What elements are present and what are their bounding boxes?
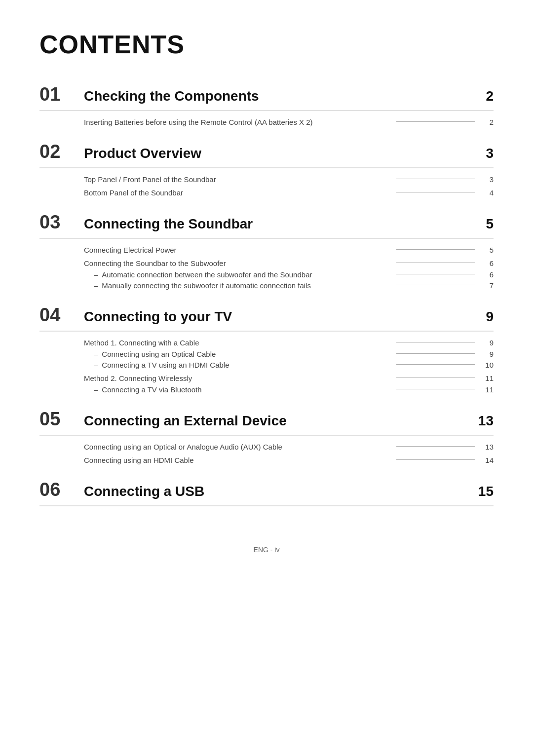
section-title-02: Product Overview <box>84 146 474 161</box>
section-05: 05Connecting an External Device13Connect… <box>39 409 494 464</box>
sub-dots <box>396 285 475 285</box>
footer-text: ENG - iv <box>39 546 494 554</box>
entry-dots <box>396 342 475 342</box>
section-number-03: 03 <box>39 212 84 233</box>
list-item: –Connecting using an Optical Cable9 <box>84 350 494 358</box>
sub-dots <box>396 364 475 365</box>
sub-dots <box>396 353 475 354</box>
entry-page: 9 <box>481 339 494 347</box>
sub-dash: – <box>94 350 98 358</box>
section-title-04: Connecting to your TV <box>84 309 474 325</box>
section-number-01: 01 <box>39 84 84 105</box>
sub-entry-text: Manually connecting the subwoofer if aut… <box>102 281 390 290</box>
list-item: Method 1. Connecting with a Cable9–Conne… <box>84 339 494 369</box>
entry-page: 3 <box>481 175 494 184</box>
entry-dots <box>396 121 475 122</box>
sub-dots <box>396 389 475 389</box>
list-item: Connecting the Soundbar to the Subwoofer… <box>84 259 494 290</box>
list-item: –Automatic connection between the subwoo… <box>84 270 494 279</box>
section-number-05: 05 <box>39 409 84 430</box>
sub-entry-page: 10 <box>481 361 494 369</box>
section-number-06: 06 <box>39 479 84 500</box>
section-03: 03Connecting the Soundbar5Connecting Ele… <box>39 212 494 290</box>
section-title-01: Checking the Components <box>84 88 474 104</box>
section-02: 02Product Overview3Top Panel / Front Pan… <box>39 141 494 197</box>
list-item: Method 2. Connecting Wirelessly11–Connec… <box>84 374 494 394</box>
section-01: 01Checking the Components2Inserting Batt… <box>39 84 494 126</box>
entry-text: Connecting using an HDMI Cable <box>84 456 390 464</box>
section-title-03: Connecting the Soundbar <box>84 216 474 232</box>
entry-dots <box>396 459 475 460</box>
page-title: CONTENTS <box>39 30 494 59</box>
section-page-01: 2 <box>474 88 494 104</box>
entry-page: 11 <box>481 374 494 382</box>
sub-dots <box>396 274 475 274</box>
list-item: Connecting using an Optical or Analogue … <box>84 443 494 451</box>
list-item: Connecting using an HDMI Cable14 <box>84 456 494 464</box>
entry-page: 2 <box>481 118 494 126</box>
section-06: 06Connecting a USB15 <box>39 479 494 506</box>
entry-text: Inserting Batteries before using the Rem… <box>84 118 390 126</box>
entry-page: 13 <box>481 443 494 451</box>
section-title-06: Connecting a USB <box>84 484 474 499</box>
sub-dash: – <box>94 281 98 290</box>
list-item: Connecting Electrical Power5 <box>84 246 494 254</box>
sub-entry-text: Connecting a TV via Bluetooth <box>102 385 390 394</box>
sub-entry-text: Connecting using an Optical Cable <box>102 350 390 358</box>
list-item: –Connecting a TV using an HDMI Cable10 <box>84 361 494 369</box>
entry-text: Method 2. Connecting Wirelessly <box>84 374 390 382</box>
entry-dots <box>396 249 475 250</box>
section-number-02: 02 <box>39 141 84 162</box>
entry-page: 6 <box>481 259 494 267</box>
sub-dash: – <box>94 361 98 369</box>
entry-dots <box>396 179 475 179</box>
sub-entry-page: 7 <box>481 281 494 290</box>
section-04: 04Connecting to your TV9Method 1. Connec… <box>39 304 494 394</box>
entry-text: Connecting the Soundbar to the Subwoofer <box>84 259 390 267</box>
entry-page: 5 <box>481 246 494 254</box>
entry-dots <box>396 378 475 378</box>
entry-dots <box>396 446 475 447</box>
sub-entry-page: 9 <box>481 350 494 358</box>
sub-entry-page: 6 <box>481 270 494 279</box>
section-page-04: 9 <box>474 309 494 325</box>
list-item: Top Panel / Front Panel of the Soundbar3 <box>84 175 494 184</box>
section-page-05: 13 <box>474 413 494 429</box>
list-item: Bottom Panel of the Soundbar4 <box>84 189 494 197</box>
sub-dash: – <box>94 385 98 394</box>
entry-page: 14 <box>481 456 494 464</box>
entry-text: Connecting Electrical Power <box>84 246 390 254</box>
entry-dots <box>396 192 475 192</box>
section-page-02: 3 <box>474 146 494 161</box>
list-item: –Connecting a TV via Bluetooth11 <box>84 385 494 394</box>
sub-entry-page: 11 <box>481 385 494 394</box>
entry-page: 4 <box>481 189 494 197</box>
entry-text: Method 1. Connecting with a Cable <box>84 339 390 347</box>
table-of-contents: 01Checking the Components2Inserting Batt… <box>39 84 494 506</box>
entry-text: Top Panel / Front Panel of the Soundbar <box>84 175 390 184</box>
section-number-04: 04 <box>39 304 84 326</box>
entry-text: Bottom Panel of the Soundbar <box>84 189 390 197</box>
entry-text: Connecting using an Optical or Analogue … <box>84 443 390 451</box>
entry-dots <box>396 263 475 263</box>
sub-entry-text: Automatic connection between the subwoof… <box>102 270 390 279</box>
section-page-06: 15 <box>474 484 494 499</box>
section-title-05: Connecting an External Device <box>84 413 474 429</box>
list-item: –Manually connecting the subwoofer if au… <box>84 281 494 290</box>
sub-entry-text: Connecting a TV using an HDMI Cable <box>102 361 390 369</box>
sub-dash: – <box>94 270 98 279</box>
list-item: Inserting Batteries before using the Rem… <box>84 118 494 126</box>
section-page-03: 5 <box>474 216 494 232</box>
